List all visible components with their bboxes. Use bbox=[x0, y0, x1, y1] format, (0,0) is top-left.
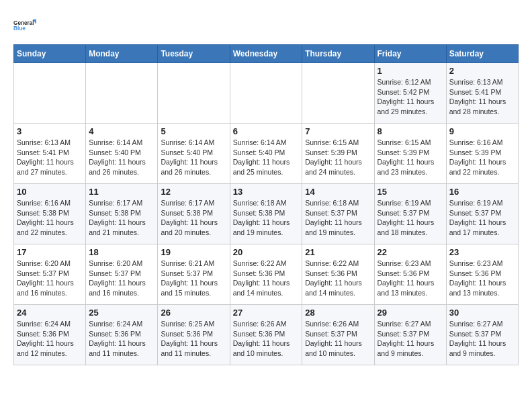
calendar-day-header: Monday bbox=[86, 45, 158, 63]
calendar-cell: 6Sunrise: 6:14 AM Sunset: 5:40 PM Daylig… bbox=[230, 124, 302, 184]
calendar-cell: 4Sunrise: 6:14 AM Sunset: 5:40 PM Daylig… bbox=[86, 124, 158, 184]
day-info: Sunrise: 6:22 AM Sunset: 5:36 PM Dayligh… bbox=[305, 259, 371, 298]
day-number: 17 bbox=[17, 247, 83, 257]
day-number: 8 bbox=[378, 126, 443, 136]
day-number: 30 bbox=[449, 308, 515, 318]
calendar-cell: 27Sunrise: 6:26 AM Sunset: 5:36 PM Dayli… bbox=[230, 305, 302, 365]
day-info: Sunrise: 6:26 AM Sunset: 5:37 PM Dayligh… bbox=[305, 319, 371, 359]
calendar-day-header: Thursday bbox=[302, 45, 374, 63]
day-info: Sunrise: 6:20 AM Sunset: 5:37 PM Dayligh… bbox=[89, 259, 154, 298]
day-info: Sunrise: 6:16 AM Sunset: 5:39 PM Dayligh… bbox=[449, 138, 515, 177]
calendar-table: SundayMondayTuesdayWednesdayThursdayFrid… bbox=[13, 44, 519, 365]
calendar-week-row: 17Sunrise: 6:20 AM Sunset: 5:37 PM Dayli… bbox=[14, 244, 519, 305]
calendar-cell: 16Sunrise: 6:19 AM Sunset: 5:37 PM Dayli… bbox=[446, 184, 518, 244]
calendar-day-header: Wednesday bbox=[230, 45, 302, 63]
day-number: 22 bbox=[378, 247, 443, 257]
calendar-week-row: 3Sunrise: 6:13 AM Sunset: 5:41 PM Daylig… bbox=[14, 124, 519, 184]
day-number: 26 bbox=[161, 308, 226, 318]
logo: General Blue bbox=[13, 13, 38, 38]
day-number: 13 bbox=[233, 187, 300, 197]
day-number: 4 bbox=[89, 126, 154, 136]
day-number: 19 bbox=[161, 247, 226, 257]
calendar-cell: 20Sunrise: 6:22 AM Sunset: 5:36 PM Dayli… bbox=[230, 244, 302, 305]
calendar-cell: 29Sunrise: 6:27 AM Sunset: 5:37 PM Dayli… bbox=[374, 305, 446, 365]
calendar-day-header: Tuesday bbox=[158, 45, 230, 63]
calendar-cell: 23Sunrise: 6:23 AM Sunset: 5:36 PM Dayli… bbox=[446, 244, 518, 305]
day-number: 5 bbox=[161, 126, 226, 136]
calendar-cell: 5Sunrise: 6:14 AM Sunset: 5:40 PM Daylig… bbox=[158, 124, 230, 184]
day-number: 10 bbox=[17, 187, 83, 197]
day-info: Sunrise: 6:13 AM Sunset: 5:41 PM Dayligh… bbox=[17, 138, 83, 177]
svg-text:General: General bbox=[13, 20, 34, 26]
calendar-header-row: SundayMondayTuesdayWednesdayThursdayFrid… bbox=[14, 45, 519, 63]
day-info: Sunrise: 6:23 AM Sunset: 5:36 PM Dayligh… bbox=[378, 259, 443, 298]
day-number: 24 bbox=[17, 308, 83, 318]
day-number: 12 bbox=[161, 187, 226, 197]
day-info: Sunrise: 6:25 AM Sunset: 5:36 PM Dayligh… bbox=[161, 319, 226, 359]
day-number: 3 bbox=[17, 126, 83, 136]
calendar-cell bbox=[86, 63, 158, 124]
day-info: Sunrise: 6:14 AM Sunset: 5:40 PM Dayligh… bbox=[161, 138, 226, 177]
page-header: General Blue bbox=[13, 13, 519, 38]
calendar-cell: 19Sunrise: 6:21 AM Sunset: 5:37 PM Dayli… bbox=[158, 244, 230, 305]
calendar-cell: 21Sunrise: 6:22 AM Sunset: 5:36 PM Dayli… bbox=[302, 244, 374, 305]
day-info: Sunrise: 6:15 AM Sunset: 5:39 PM Dayligh… bbox=[378, 138, 443, 177]
calendar-cell: 2Sunrise: 6:13 AM Sunset: 5:41 PM Daylig… bbox=[446, 63, 518, 124]
calendar-day-header: Saturday bbox=[446, 45, 518, 63]
calendar-cell: 9Sunrise: 6:16 AM Sunset: 5:39 PM Daylig… bbox=[446, 124, 518, 184]
day-number: 28 bbox=[305, 308, 371, 318]
day-number: 6 bbox=[233, 126, 300, 136]
calendar-cell: 3Sunrise: 6:13 AM Sunset: 5:41 PM Daylig… bbox=[14, 124, 86, 184]
calendar-week-row: 1Sunrise: 6:12 AM Sunset: 5:42 PM Daylig… bbox=[14, 63, 519, 124]
day-number: 25 bbox=[89, 308, 154, 318]
day-info: Sunrise: 6:18 AM Sunset: 5:38 PM Dayligh… bbox=[233, 198, 300, 238]
calendar-cell: 17Sunrise: 6:20 AM Sunset: 5:37 PM Dayli… bbox=[14, 244, 86, 305]
calendar-day-header: Friday bbox=[374, 45, 446, 63]
day-info: Sunrise: 6:17 AM Sunset: 5:38 PM Dayligh… bbox=[161, 198, 226, 238]
calendar-cell: 8Sunrise: 6:15 AM Sunset: 5:39 PM Daylig… bbox=[374, 124, 446, 184]
calendar-cell: 18Sunrise: 6:20 AM Sunset: 5:37 PM Dayli… bbox=[86, 244, 158, 305]
calendar-cell: 25Sunrise: 6:24 AM Sunset: 5:36 PM Dayli… bbox=[86, 305, 158, 365]
day-number: 11 bbox=[89, 187, 154, 197]
calendar-cell: 7Sunrise: 6:15 AM Sunset: 5:39 PM Daylig… bbox=[302, 124, 374, 184]
calendar-cell: 10Sunrise: 6:16 AM Sunset: 5:38 PM Dayli… bbox=[14, 184, 86, 244]
day-number: 18 bbox=[89, 247, 154, 257]
day-info: Sunrise: 6:15 AM Sunset: 5:39 PM Dayligh… bbox=[305, 138, 371, 177]
calendar-week-row: 24Sunrise: 6:24 AM Sunset: 5:36 PM Dayli… bbox=[14, 305, 519, 365]
calendar-cell: 24Sunrise: 6:24 AM Sunset: 5:36 PM Dayli… bbox=[14, 305, 86, 365]
day-info: Sunrise: 6:13 AM Sunset: 5:41 PM Dayligh… bbox=[449, 77, 515, 117]
day-info: Sunrise: 6:14 AM Sunset: 5:40 PM Dayligh… bbox=[233, 138, 300, 177]
calendar-cell: 26Sunrise: 6:25 AM Sunset: 5:36 PM Dayli… bbox=[158, 305, 230, 365]
day-number: 29 bbox=[378, 308, 443, 318]
calendar-cell bbox=[302, 63, 374, 124]
calendar-week-row: 10Sunrise: 6:16 AM Sunset: 5:38 PM Dayli… bbox=[14, 184, 519, 244]
calendar-cell bbox=[158, 63, 230, 124]
day-number: 27 bbox=[233, 308, 300, 318]
day-info: Sunrise: 6:24 AM Sunset: 5:36 PM Dayligh… bbox=[89, 319, 154, 359]
day-info: Sunrise: 6:27 AM Sunset: 5:37 PM Dayligh… bbox=[449, 319, 515, 359]
calendar-cell bbox=[14, 63, 86, 124]
day-number: 14 bbox=[305, 187, 371, 197]
calendar-cell: 30Sunrise: 6:27 AM Sunset: 5:37 PM Dayli… bbox=[446, 305, 518, 365]
day-number: 15 bbox=[378, 187, 443, 197]
calendar-cell: 13Sunrise: 6:18 AM Sunset: 5:38 PM Dayli… bbox=[230, 184, 302, 244]
svg-text:Blue: Blue bbox=[13, 26, 26, 32]
day-number: 9 bbox=[449, 126, 515, 136]
day-info: Sunrise: 6:16 AM Sunset: 5:38 PM Dayligh… bbox=[17, 198, 83, 238]
calendar-cell: 22Sunrise: 6:23 AM Sunset: 5:36 PM Dayli… bbox=[374, 244, 446, 305]
day-info: Sunrise: 6:21 AM Sunset: 5:37 PM Dayligh… bbox=[161, 259, 226, 298]
day-number: 2 bbox=[449, 66, 515, 76]
calendar-cell: 28Sunrise: 6:26 AM Sunset: 5:37 PM Dayli… bbox=[302, 305, 374, 365]
day-info: Sunrise: 6:14 AM Sunset: 5:40 PM Dayligh… bbox=[89, 138, 154, 177]
day-info: Sunrise: 6:26 AM Sunset: 5:36 PM Dayligh… bbox=[233, 319, 300, 359]
day-number: 21 bbox=[305, 247, 371, 257]
calendar-body: 1Sunrise: 6:12 AM Sunset: 5:42 PM Daylig… bbox=[14, 63, 519, 365]
day-info: Sunrise: 6:17 AM Sunset: 5:38 PM Dayligh… bbox=[89, 198, 154, 238]
day-info: Sunrise: 6:24 AM Sunset: 5:36 PM Dayligh… bbox=[17, 319, 83, 359]
day-info: Sunrise: 6:22 AM Sunset: 5:36 PM Dayligh… bbox=[233, 259, 300, 298]
calendar-cell: 11Sunrise: 6:17 AM Sunset: 5:38 PM Dayli… bbox=[86, 184, 158, 244]
day-number: 7 bbox=[305, 126, 371, 136]
day-number: 20 bbox=[233, 247, 300, 257]
calendar-cell: 15Sunrise: 6:19 AM Sunset: 5:37 PM Dayli… bbox=[374, 184, 446, 244]
logo-svg: General Blue bbox=[13, 13, 38, 38]
